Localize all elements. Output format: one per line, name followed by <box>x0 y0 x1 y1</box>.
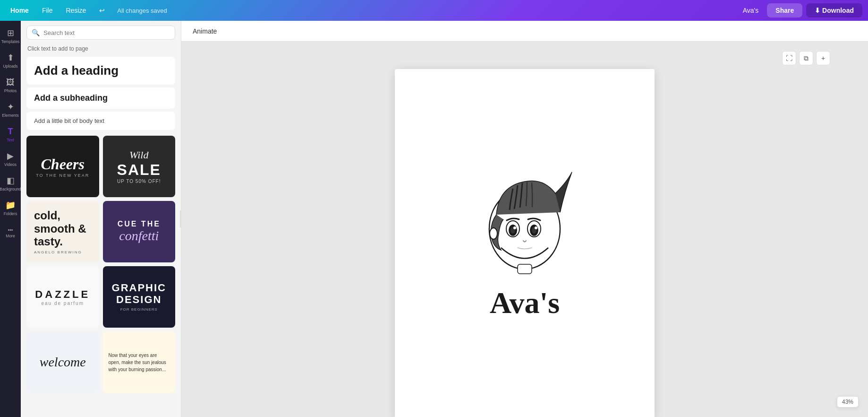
sidebar-item-templates[interactable]: ⊞ Templates <box>1 25 20 47</box>
text-label: Text <box>7 138 14 142</box>
template-cold[interactable]: cold, smooth & tasty. ANGELO BREWING <box>26 201 99 262</box>
background-icon: ◧ <box>7 175 15 186</box>
sidebar-item-folders[interactable]: 📁 Folders <box>1 197 20 219</box>
share-button[interactable]: Share <box>767 3 802 17</box>
download-button[interactable]: ⬇ Download <box>806 3 862 17</box>
anime-face-illustration <box>473 167 577 276</box>
graphic-sub-text: FOR BEGINNERS <box>120 307 158 312</box>
templates-icon: ⊞ <box>7 28 14 38</box>
elements-icon: ✦ <box>7 102 14 112</box>
template-graphic[interactable]: GRAPHICDESIGN FOR BEGINNERS <box>103 266 176 328</box>
photos-icon: 🖼 <box>6 78 15 87</box>
sidebar-item-photos[interactable]: 🖼 Photos <box>1 74 20 96</box>
sidebar-item-elements[interactable]: ✦ Elements <box>1 98 20 121</box>
template-cheers[interactable]: Cheers TO THE NEW YEAR <box>26 136 99 197</box>
search-input[interactable] <box>43 29 170 36</box>
animate-button[interactable]: Animate <box>189 26 221 37</box>
template-confetti[interactable]: CUE THE confetti <box>103 201 176 262</box>
sidebar-item-uploads[interactable]: ⬆ Uploads <box>1 49 20 72</box>
uploads-icon: ⬆ <box>7 52 14 63</box>
design-canvas: Ava's <box>395 69 655 417</box>
more-icon: ••• <box>8 227 13 233</box>
save-status: All changes saved <box>117 7 167 14</box>
duplicate-button[interactable]: ⧉ <box>799 51 813 65</box>
canvas-area: Animate ⛶ ⧉ + <box>181 21 868 417</box>
svg-point-9 <box>535 226 537 229</box>
search-box[interactable]: 🔍 <box>26 26 175 40</box>
sidebar-item-videos[interactable]: ▶ Videos <box>1 148 20 170</box>
file-button[interactable]: File <box>37 4 58 17</box>
template-nowtext[interactable]: Now that your eyes are open, make the su… <box>103 331 176 393</box>
sidebar-item-background[interactable]: ◧ Background <box>1 172 20 195</box>
home-button[interactable]: Home <box>6 4 34 17</box>
wild-text: Wild <box>129 149 148 161</box>
more-label: More <box>6 234 15 238</box>
videos-icon: ▶ <box>7 151 14 161</box>
canvas-controls: ⛶ ⧉ + <box>782 51 830 65</box>
graphic-main-text: GRAPHICDESIGN <box>112 282 166 305</box>
sidebar-item-more[interactable]: ••• More <box>1 221 20 244</box>
svg-point-5 <box>513 226 516 229</box>
panel-hint: Click text to add to page <box>21 43 181 57</box>
resize-button[interactable]: Resize <box>61 4 91 17</box>
sidebar-item-text[interactable]: T Text <box>1 123 20 146</box>
sale-text: SALE <box>117 161 161 179</box>
text-style-options: Add a heading Add a subheading Add a lit… <box>21 57 181 130</box>
add-page-icon-button[interactable]: + <box>816 51 830 65</box>
top-navigation: Home File Resize ↩ All changes saved Ava… <box>0 0 868 21</box>
svg-rect-10 <box>518 264 532 274</box>
elements-label: Elements <box>2 113 18 118</box>
template-wildsale[interactable]: Wild SALE UP TO 50% OFF! <box>103 136 176 197</box>
folders-icon: 📁 <box>5 200 16 210</box>
main-layout: ⊞ Templates ⬆ Uploads 🖼 Photos ✦ Element… <box>0 21 868 417</box>
photos-label: Photos <box>4 88 17 93</box>
animate-bar: Animate <box>181 21 868 42</box>
undo-button[interactable]: ↩ <box>94 4 110 17</box>
background-label: Background <box>0 187 21 191</box>
search-icon: 🔍 <box>32 29 40 36</box>
cold-sub-text: ANGELO BREWING <box>34 250 82 254</box>
cold-main-text: cold, smooth & tasty. <box>34 209 92 248</box>
videos-label: Videos <box>4 162 17 167</box>
canvas-content: Ava's <box>473 167 577 321</box>
add-body-text-button[interactable]: Add a little bit of body text <box>26 112 175 130</box>
add-subheading-button[interactable]: Add a subheading <box>26 87 175 109</box>
dazzle-main-text: DAZZLE <box>35 288 90 301</box>
canvas-wrapper[interactable]: ⛶ ⧉ + <box>181 42 868 417</box>
cheers-sub-text: TO THE NEW YEAR <box>36 173 89 178</box>
text-panel: 🔍 Click text to add to page Add a headin… <box>21 21 181 417</box>
template-dazzle[interactable]: DAZZLE eau de parfum <box>26 266 99 328</box>
cheers-main-text: Cheers <box>41 156 85 173</box>
off-text: UP TO 50% OFF! <box>117 179 161 184</box>
canvas-title[interactable]: Ava's <box>490 286 560 321</box>
frame-icon-button[interactable]: ⛶ <box>782 51 796 65</box>
uploads-label: Uploads <box>3 64 17 69</box>
text-icon: T <box>8 127 13 137</box>
confetti-text: confetti <box>119 228 159 243</box>
cue-text: CUE THE <box>118 220 161 228</box>
folders-label: Folders <box>4 211 17 216</box>
icon-sidebar: ⊞ Templates ⬆ Uploads 🖼 Photos ✦ Element… <box>0 21 21 417</box>
search-section: 🔍 <box>21 21 181 43</box>
templates-label: Templates <box>1 39 20 44</box>
template-welcome[interactable]: welcome <box>26 331 99 393</box>
now-text: Now that your eyes are open, make the su… <box>109 352 170 373</box>
dazzle-sub-text: eau de parfum <box>42 301 85 306</box>
welcome-text: welcome <box>40 355 86 370</box>
zoom-indicator: 43% <box>837 396 859 408</box>
text-templates-grid: Cheers TO THE NEW YEAR Wild SALE UP TO 5… <box>21 130 181 399</box>
svg-point-1 <box>490 228 497 239</box>
add-heading-button[interactable]: Add a heading <box>26 57 175 85</box>
ava-profile-button[interactable]: Ava's <box>738 4 764 17</box>
